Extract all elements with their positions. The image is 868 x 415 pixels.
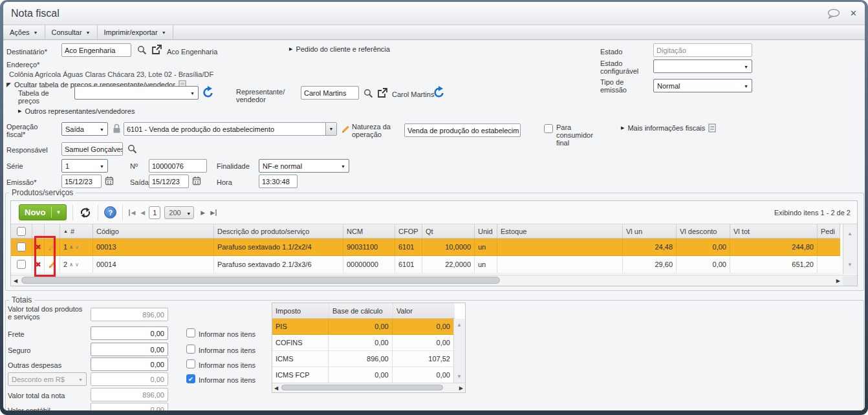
representante-input[interactable]: Carol Martins	[301, 86, 359, 100]
tax-row[interactable]: ICMS FCP 0,00 0,00	[272, 367, 453, 383]
edit-pencil-icon[interactable]	[48, 242, 57, 251]
move-down-icon[interactable]: ∨	[75, 262, 79, 268]
consumidor-final-checkbox[interactable]	[544, 124, 553, 133]
responsavel-input[interactable]: Samuel Gonçalves	[61, 142, 123, 156]
col-pedido[interactable]: Pedi	[818, 224, 840, 238]
scrollbar-thumb[interactable]	[281, 385, 443, 390]
col-descricao[interactable]: Descrição do produto/serviço	[214, 224, 343, 238]
first-page-button[interactable]: ◀	[129, 209, 135, 216]
search-icon[interactable]	[137, 45, 147, 55]
scroll-up-icon[interactable]: ▲	[847, 231, 852, 237]
scrollbar-thumb[interactable]	[21, 277, 500, 284]
tax-row[interactable]: ICMS 896,00 107,52	[272, 351, 453, 367]
move-down-icon[interactable]: ∨	[75, 244, 79, 250]
seguro-informar-checkbox[interactable]	[186, 345, 195, 354]
tax-row[interactable]: PIS 0,00 0,00	[272, 319, 453, 335]
table-row[interactable]: ✖ 2∧∨ 00014 Parafuso sextavado 2.1/3x3/6…	[11, 256, 840, 273]
combo-dropdown-button[interactable]: ▼	[325, 123, 336, 135]
col-ncm[interactable]: NCM	[343, 224, 395, 238]
external-link-icon[interactable]	[151, 45, 162, 55]
frete-input[interactable]: 0,00	[91, 326, 168, 340]
scroll-up-icon[interactable]: ▲	[457, 322, 462, 328]
refresh-icon[interactable]	[202, 86, 214, 99]
external-link-icon[interactable]	[377, 88, 387, 98]
finalidade-select[interactable]: NF-e normal▼	[259, 159, 349, 173]
scroll-down-icon[interactable]: ▼	[457, 374, 462, 379]
close-icon[interactable]: ✕	[850, 8, 857, 18]
scroll-left-icon[interactable]: ◀	[14, 278, 17, 284]
page-number-input[interactable]: 1	[149, 206, 160, 219]
outras-despesas-informar-checkbox[interactable]	[186, 359, 195, 368]
menu-imprimir-exportar[interactable]: Imprimir/exportar▼	[98, 25, 173, 39]
emissao-input[interactable]: 15/12/23	[61, 175, 102, 188]
frete-informar-checkbox[interactable]	[186, 328, 195, 337]
move-up-icon[interactable]: ∧	[69, 244, 73, 250]
estado-configuravel-select[interactable]: ▼	[653, 59, 752, 73]
outros-representantes-link[interactable]: ▶ Outros representantes/vendedores	[18, 107, 135, 115]
delete-row-icon[interactable]: ✖	[35, 261, 41, 269]
calendar-icon[interactable]	[192, 176, 201, 186]
edit-pencil-icon[interactable]	[48, 260, 57, 269]
prev-page-button[interactable]: ◀	[140, 209, 145, 216]
menu-acoes[interactable]: Ações▼	[3, 25, 45, 39]
page-size-select[interactable]: 200▼	[164, 206, 194, 219]
col-vl-desconto[interactable]: Vl desconto	[677, 224, 730, 238]
operacao-cfop-combo[interactable]: 6101 - Venda de produção do estabelecime…	[124, 122, 337, 136]
scroll-left-icon[interactable]: ◀	[274, 385, 278, 391]
grid-vertical-scrollbar[interactable]: ▲ ▼	[843, 224, 857, 274]
delete-row-icon[interactable]: ✖	[35, 243, 41, 251]
tabela-precos-select[interactable]: ▼	[74, 86, 199, 100]
col-cfop[interactable]: CFOP	[395, 224, 422, 238]
seguro-input[interactable]: 0,00	[91, 343, 168, 356]
serie-select[interactable]: 1▼	[61, 159, 108, 173]
col-base-calculo[interactable]: Base de cálculo	[329, 303, 393, 318]
pedido-cliente-link[interactable]: ▶ Pedido do cliente e referência	[289, 45, 390, 53]
natureza-input[interactable]: Venda de produção do estabelecim	[404, 123, 521, 137]
col-codigo[interactable]: Código	[93, 224, 214, 238]
destinatario-link[interactable]: Aco Engenharia	[167, 48, 217, 56]
next-page-button[interactable]: ▶	[201, 209, 205, 216]
novo-button[interactable]: Novo ▼	[19, 204, 67, 220]
tax-row[interactable]: COFINS 0,00 0,00	[272, 335, 453, 351]
impostos-horizontal-scrollbar[interactable]: ◀ ▶	[272, 383, 465, 392]
comment-bubble-icon[interactable]	[827, 8, 841, 19]
tipo-emissao-select[interactable]: Normal▼	[653, 79, 752, 92]
col-vl-un[interactable]: Vl un	[623, 224, 677, 238]
representante-link[interactable]: Carol Martins	[392, 90, 434, 98]
help-icon[interactable]: ?	[104, 206, 116, 218]
produtos-grid: Novo ▼ ? ◀ ◀ 1 200▼	[10, 200, 858, 286]
hora-input[interactable]: 13:30:48	[259, 175, 298, 188]
search-icon[interactable]	[363, 89, 373, 98]
edit-pencil-icon[interactable]	[341, 124, 351, 134]
col-estoque[interactable]: Estoque	[497, 224, 623, 238]
refresh-grid-icon[interactable]	[79, 206, 92, 219]
refresh-icon[interactable]	[433, 86, 445, 99]
grid-horizontal-scrollbar[interactable]: ◀ ▶	[11, 275, 843, 286]
saida-input[interactable]: 15/12/23	[149, 175, 189, 188]
row-checkbox[interactable]	[17, 260, 26, 269]
select-all-checkbox[interactable]	[17, 227, 26, 236]
search-icon[interactable]	[127, 144, 137, 154]
col-unid[interactable]: Unid	[475, 224, 497, 238]
menu-consultar[interactable]: Consultar▼	[45, 25, 98, 39]
scroll-right-icon[interactable]: ▶	[836, 278, 840, 284]
desconto-informar-checkbox[interactable]: ✔	[186, 374, 195, 383]
col-qt[interactable]: Qt	[422, 224, 475, 238]
last-page-button[interactable]: ▶	[210, 209, 217, 216]
scroll-right-icon[interactable]: ▶	[459, 385, 463, 391]
move-up-icon[interactable]: ∧	[69, 262, 73, 268]
impostos-vertical-scrollbar[interactable]: ▲ ▼	[453, 319, 465, 383]
outras-despesas-input[interactable]: 0,00	[91, 357, 168, 371]
col-imposto[interactable]: Imposto	[272, 303, 329, 318]
operacao-tipo-select[interactable]: Saída▼	[61, 122, 108, 136]
scroll-down-icon[interactable]: ▼	[847, 262, 852, 268]
row-checkbox[interactable]	[17, 242, 26, 251]
table-row[interactable]: ✖ 1∧∨ 00013 Parafuso sextavado 1.1/2x2/4…	[11, 239, 840, 256]
col-vl-tot[interactable]: Vl tot	[730, 224, 818, 238]
destinatario-input[interactable]: Aco Engenharia	[61, 43, 131, 57]
col-num[interactable]: ▲#	[60, 224, 93, 238]
mais-informacoes-link[interactable]: ▶ Mais informações fiscais	[621, 123, 716, 133]
calendar-icon[interactable]	[105, 176, 114, 186]
numero-input[interactable]: 10000076	[149, 159, 207, 173]
col-valor[interactable]: Valor	[393, 303, 455, 318]
